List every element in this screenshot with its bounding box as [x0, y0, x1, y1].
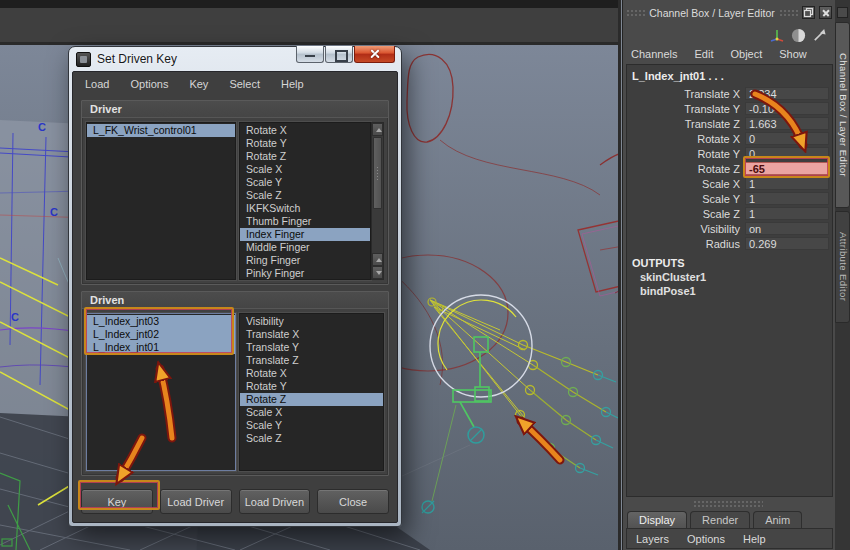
channel-row-visibility: Visibilityon — [627, 221, 832, 236]
driven-attribute-rotate-x[interactable]: Rotate X — [240, 367, 383, 380]
driver-attribute-rotate-z[interactable]: Rotate Z — [240, 150, 370, 163]
dialog-body: LoadOptionsKeySelectHelp Driver L_FK_Wri… — [72, 71, 398, 523]
channel-menu-edit[interactable]: Edit — [694, 48, 713, 60]
layer-menu-options[interactable]: Options — [687, 533, 725, 545]
dialog-titlebar[interactable]: Set Driven Key — [72, 47, 398, 71]
theme-circle-icon[interactable] — [791, 28, 806, 43]
driver-attribute-thumb-finger[interactable]: Thumb Finger — [240, 215, 370, 228]
driver-attribute-ikfkswitch[interactable]: IKFKSwitch — [240, 202, 370, 215]
driven-attribute-visibility[interactable]: Visibility — [240, 315, 383, 328]
driven-attribute-translate-y[interactable]: Translate Y — [240, 341, 383, 354]
channel-value[interactable]: 2.234 — [745, 87, 829, 100]
channel-name: Radius — [627, 238, 743, 250]
side-tab-channel-box-layer-editor[interactable]: Channel Box / Layer Editor — [835, 22, 850, 208]
channel-value[interactable]: 1.663 — [745, 117, 829, 130]
side-tab-attribute-editor[interactable]: Attribute Editor — [835, 211, 850, 323]
channel-menu-show[interactable]: Show — [779, 48, 807, 60]
layer-menu-layers[interactable]: Layers — [636, 533, 669, 545]
dialog-menu-key[interactable]: Key — [189, 78, 208, 90]
minimize-icon[interactable] — [296, 46, 324, 63]
load-driver-button[interactable]: Load Driver — [160, 489, 232, 514]
scrollbar-track[interactable] — [372, 210, 383, 253]
scrollbar-thumb[interactable] — [373, 137, 382, 209]
dialog-menu-options[interactable]: Options — [130, 78, 168, 90]
driven-object-list[interactable]: L_Index_jnt03L_Index_jnt02L_Index_jnt01 — [86, 313, 236, 471]
driver-object-list[interactable]: L_FK_Wrist_control01 — [86, 122, 236, 280]
driver-object-l-fk-wrist-control01[interactable]: L_FK_Wrist_control01 — [87, 124, 235, 137]
restore-panel-icon[interactable] — [802, 6, 815, 19]
driver-attribute-scale-x[interactable]: Scale X — [240, 163, 370, 176]
channel-value[interactable]: -0.104 — [745, 102, 829, 115]
cluster-handle-label[interactable]: C — [38, 121, 46, 133]
driver-attribute-scrollbar[interactable] — [371, 122, 384, 280]
cluster-handle-label[interactable]: C — [50, 206, 58, 218]
panel-grip[interactable] — [626, 9, 645, 17]
cluster-handle-label[interactable]: C — [11, 311, 19, 323]
driver-attribute-scale-y[interactable]: Scale Y — [240, 176, 370, 189]
channel-name: Scale Z — [627, 208, 743, 220]
driver-attribute-rotate-x[interactable]: Rotate X — [240, 124, 370, 137]
channel-value[interactable]: 0 — [745, 132, 829, 145]
panel-collapse-icon[interactable] — [837, 7, 848, 18]
load-driven-button[interactable]: Load Driven — [239, 489, 311, 514]
driver-attribute-ring-finger[interactable]: Ring Finger — [240, 254, 370, 267]
move-axis-icon[interactable] — [769, 27, 785, 43]
driven-attribute-translate-z[interactable]: Translate Z — [240, 354, 383, 367]
channel-row-translate-z: Translate Z1.663 — [627, 116, 832, 131]
output-node-skincluster1[interactable]: skinCluster1 — [627, 270, 832, 284]
driven-attribute-scale-z[interactable]: Scale Z — [240, 432, 383, 445]
driven-attribute-rotate-y[interactable]: Rotate Y — [240, 380, 383, 393]
driver-attribute-rotate-y[interactable]: Rotate Y — [240, 137, 370, 150]
driven-attribute-translate-x[interactable]: Translate X — [240, 328, 383, 341]
panel-grip[interactable] — [693, 500, 763, 507]
driver-attribute-middle-finger[interactable]: Middle Finger — [240, 241, 370, 254]
driver-attribute-list[interactable]: Rotate XRotate YRotate ZScale XScale YSc… — [239, 122, 371, 280]
scroll-up-icon[interactable] — [372, 253, 383, 266]
key-button[interactable]: Key — [81, 489, 153, 514]
channel-value[interactable]: 1 — [745, 177, 829, 190]
channel-value[interactable]: 1 — [745, 192, 829, 205]
maximize-icon[interactable] — [325, 46, 353, 63]
channel-row-translate-y: Translate Y-0.104 — [627, 101, 832, 116]
dialog-menu-load[interactable]: Load — [85, 78, 109, 90]
dialog-menu-help[interactable]: Help — [281, 78, 304, 90]
driven-object-l-index-jnt03[interactable]: L_Index_jnt03 — [87, 315, 235, 328]
driven-attribute-list[interactable]: VisibilityTranslate XTranslate YTranslat… — [239, 313, 384, 471]
channel-value[interactable]: on — [745, 222, 829, 235]
driven-attribute-rotate-z[interactable]: Rotate Z — [240, 393, 383, 406]
close-panel-icon[interactable] — [819, 6, 832, 19]
select-arrow-icon[interactable] — [812, 28, 827, 43]
scroll-down-icon[interactable] — [372, 266, 383, 279]
driver-attribute-index-finger[interactable]: Index Finger — [240, 228, 370, 241]
channel-box-header[interactable]: Channel Box / Layer Editor — [623, 0, 835, 25]
channel-value[interactable]: 1 — [745, 207, 829, 220]
channel-object-name[interactable]: L_Index_jnt01 . . . — [627, 65, 832, 86]
driver-attribute-pinky-finger[interactable]: Pinky Finger — [240, 267, 370, 280]
layer-menu-help[interactable]: Help — [743, 533, 766, 545]
channel-value-highlighted[interactable]: -65 — [745, 162, 829, 175]
outputs-label: OUTPUTS — [627, 251, 832, 270]
channel-name: Translate Y — [627, 103, 743, 115]
channel-box-title: Channel Box / Layer Editor — [649, 7, 775, 19]
close-button[interactable]: Close — [317, 489, 389, 514]
channel-menu-object[interactable]: Object — [730, 48, 762, 60]
layer-editor-tabs: DisplayRenderAnim — [627, 511, 802, 528]
scroll-up-icon[interactable] — [372, 123, 383, 136]
driven-object-l-index-jnt01[interactable]: L_Index_jnt01 — [87, 341, 235, 354]
maya-workspace: C C C Set Driven Key LoadOptionsKeySelec… — [0, 0, 850, 550]
channel-value[interactable]: 0.269 — [745, 237, 829, 250]
output-node-bindpose1[interactable]: bindPose1 — [627, 284, 832, 298]
close-icon[interactable] — [354, 46, 395, 63]
driver-attribute-scale-z[interactable]: Scale Z — [240, 189, 370, 202]
driven-attribute-scale-y[interactable]: Scale Y — [240, 419, 383, 432]
channel-menu-channels[interactable]: Channels — [631, 48, 677, 60]
channel-value[interactable]: 0 — [745, 147, 829, 160]
driven-attribute-scale-x[interactable]: Scale X — [240, 406, 383, 419]
driven-object-l-index-jnt02[interactable]: L_Index_jnt02 — [87, 328, 235, 341]
tab-render[interactable]: Render — [690, 511, 750, 528]
tab-display[interactable]: Display — [627, 511, 687, 528]
tab-anim[interactable]: Anim — [753, 511, 802, 528]
dialog-menu-select[interactable]: Select — [229, 78, 260, 90]
channel-name: Translate Z — [627, 118, 743, 130]
panel-grip[interactable] — [779, 9, 798, 17]
